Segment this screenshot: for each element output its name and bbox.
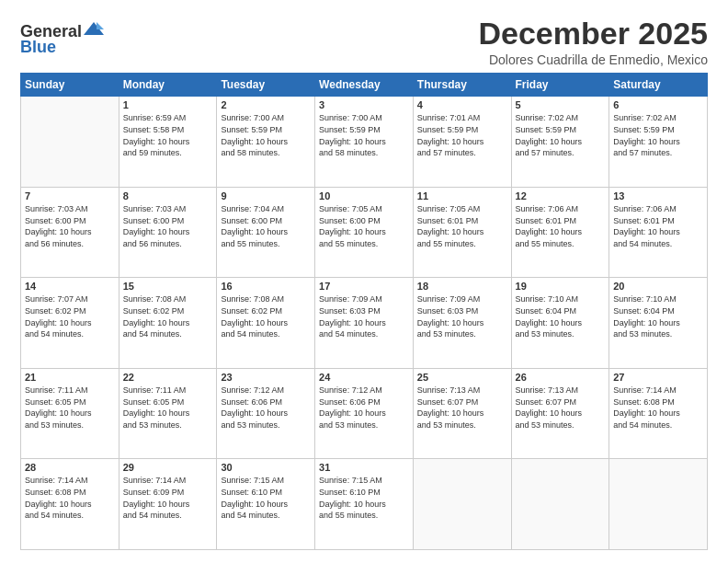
- day-number: 20: [613, 281, 703, 292]
- day-number: 12: [516, 190, 606, 201]
- calendar-week-3: 21Sunrise: 7:11 AM Sunset: 6:05 PM Dayli…: [21, 368, 708, 459]
- day-number: 4: [417, 99, 507, 110]
- table-row: 30Sunrise: 7:15 AM Sunset: 6:10 PM Dayli…: [217, 459, 315, 550]
- calendar-week-0: 1Sunrise: 6:59 AM Sunset: 5:58 PM Daylig…: [21, 97, 708, 188]
- day-number: 2: [221, 99, 311, 110]
- calendar-week-4: 28Sunrise: 7:14 AM Sunset: 6:08 PM Dayli…: [21, 459, 708, 550]
- day-info: Sunrise: 7:08 AM Sunset: 6:02 PM Dayligh…: [123, 293, 213, 339]
- day-info: Sunrise: 7:06 AM Sunset: 6:01 PM Dayligh…: [613, 203, 703, 249]
- day-number: 18: [417, 281, 507, 292]
- day-number: 27: [613, 372, 703, 383]
- day-number: 25: [417, 372, 507, 383]
- day-info: Sunrise: 7:06 AM Sunset: 6:01 PM Dayligh…: [516, 203, 606, 249]
- day-number: 9: [221, 190, 311, 201]
- table-row: 8Sunrise: 7:03 AM Sunset: 6:00 PM Daylig…: [119, 187, 217, 278]
- title-area: December 2025 Dolores Cuadrilla de Enmed…: [478, 17, 708, 67]
- day-number: 13: [613, 190, 703, 201]
- table-row: 6Sunrise: 7:02 AM Sunset: 5:59 PM Daylig…: [609, 97, 708, 188]
- table-row: 31Sunrise: 7:15 AM Sunset: 6:10 PM Dayli…: [315, 459, 414, 550]
- table-row: 11Sunrise: 7:05 AM Sunset: 6:01 PM Dayli…: [413, 187, 511, 278]
- table-row: 28Sunrise: 7:14 AM Sunset: 6:08 PM Dayli…: [21, 459, 119, 550]
- day-number: 29: [123, 462, 213, 473]
- day-info: Sunrise: 7:02 AM Sunset: 5:59 PM Dayligh…: [516, 112, 606, 158]
- logo: General Blue: [20, 20, 106, 57]
- calendar-week-1: 7Sunrise: 7:03 AM Sunset: 6:00 PM Daylig…: [21, 187, 708, 278]
- day-info: Sunrise: 7:08 AM Sunset: 6:02 PM Dayligh…: [221, 293, 311, 339]
- table-row: [609, 459, 708, 550]
- day-info: Sunrise: 7:03 AM Sunset: 6:00 PM Dayligh…: [123, 203, 213, 249]
- location-subtitle: Dolores Cuadrilla de Enmedio, Mexico: [478, 52, 708, 67]
- table-row: [413, 459, 511, 550]
- table-row: 9Sunrise: 7:04 AM Sunset: 6:00 PM Daylig…: [217, 187, 315, 278]
- svg-marker-1: [97, 22, 104, 29]
- day-info: Sunrise: 7:13 AM Sunset: 6:07 PM Dayligh…: [417, 385, 507, 431]
- day-info: Sunrise: 7:14 AM Sunset: 6:08 PM Dayligh…: [25, 475, 115, 521]
- day-number: 31: [319, 462, 409, 473]
- day-info: Sunrise: 7:15 AM Sunset: 6:10 PM Dayligh…: [319, 475, 409, 521]
- table-row: 17Sunrise: 7:09 AM Sunset: 6:03 PM Dayli…: [315, 278, 414, 369]
- month-title: December 2025: [478, 17, 708, 51]
- day-info: Sunrise: 7:00 AM Sunset: 5:59 PM Dayligh…: [221, 112, 311, 158]
- table-row: 3Sunrise: 7:00 AM Sunset: 5:59 PM Daylig…: [315, 97, 414, 188]
- day-number: 11: [417, 190, 507, 201]
- day-number: 16: [221, 281, 311, 292]
- table-row: 19Sunrise: 7:10 AM Sunset: 6:04 PM Dayli…: [511, 278, 609, 369]
- table-row: 29Sunrise: 7:14 AM Sunset: 6:09 PM Dayli…: [119, 459, 217, 550]
- table-row: 21Sunrise: 7:11 AM Sunset: 6:05 PM Dayli…: [21, 368, 119, 459]
- logo-icon: [84, 20, 104, 37]
- table-row: 23Sunrise: 7:12 AM Sunset: 6:06 PM Dayli…: [217, 368, 315, 459]
- day-info: Sunrise: 7:14 AM Sunset: 6:08 PM Dayligh…: [613, 385, 703, 431]
- table-row: 27Sunrise: 7:14 AM Sunset: 6:08 PM Dayli…: [609, 368, 708, 459]
- table-row: 13Sunrise: 7:06 AM Sunset: 6:01 PM Dayli…: [609, 187, 708, 278]
- header: General Blue December 2025 Dolores Cuadr…: [20, 17, 708, 67]
- day-info: Sunrise: 7:02 AM Sunset: 5:59 PM Dayligh…: [613, 112, 703, 158]
- day-number: 23: [221, 372, 311, 383]
- table-row: 24Sunrise: 7:12 AM Sunset: 6:06 PM Dayli…: [315, 368, 414, 459]
- table-row: 7Sunrise: 7:03 AM Sunset: 6:00 PM Daylig…: [21, 187, 119, 278]
- day-info: Sunrise: 7:09 AM Sunset: 6:03 PM Dayligh…: [417, 293, 507, 339]
- day-info: Sunrise: 7:15 AM Sunset: 6:10 PM Dayligh…: [221, 475, 311, 521]
- header-monday: Monday: [119, 74, 217, 97]
- day-info: Sunrise: 7:07 AM Sunset: 6:02 PM Dayligh…: [25, 293, 115, 339]
- day-info: Sunrise: 7:05 AM Sunset: 6:00 PM Dayligh…: [319, 203, 409, 249]
- day-info: Sunrise: 7:04 AM Sunset: 6:00 PM Dayligh…: [221, 203, 311, 249]
- day-number: 30: [221, 462, 311, 473]
- header-tuesday: Tuesday: [217, 74, 315, 97]
- day-info: Sunrise: 7:11 AM Sunset: 6:05 PM Dayligh…: [123, 385, 213, 431]
- day-number: 22: [123, 372, 213, 383]
- table-row: 2Sunrise: 7:00 AM Sunset: 5:59 PM Daylig…: [217, 97, 315, 188]
- day-number: 6: [613, 99, 703, 110]
- calendar-header-row: Sunday Monday Tuesday Wednesday Thursday…: [21, 74, 708, 97]
- table-row: 20Sunrise: 7:10 AM Sunset: 6:04 PM Dayli…: [609, 278, 708, 369]
- table-row: 1Sunrise: 6:59 AM Sunset: 5:58 PM Daylig…: [119, 97, 217, 188]
- day-number: 5: [516, 99, 606, 110]
- table-row: [511, 459, 609, 550]
- table-row: 22Sunrise: 7:11 AM Sunset: 6:05 PM Dayli…: [119, 368, 217, 459]
- table-row: 25Sunrise: 7:13 AM Sunset: 6:07 PM Dayli…: [413, 368, 511, 459]
- day-info: Sunrise: 7:05 AM Sunset: 6:01 PM Dayligh…: [417, 203, 507, 249]
- header-saturday: Saturday: [609, 74, 708, 97]
- day-info: Sunrise: 7:11 AM Sunset: 6:05 PM Dayligh…: [25, 385, 115, 431]
- calendar-week-2: 14Sunrise: 7:07 AM Sunset: 6:02 PM Dayli…: [21, 278, 708, 369]
- header-friday: Friday: [511, 74, 609, 97]
- header-wednesday: Wednesday: [315, 74, 414, 97]
- page: General Blue December 2025 Dolores Cuadr…: [0, 0, 728, 563]
- day-info: Sunrise: 7:09 AM Sunset: 6:03 PM Dayligh…: [319, 293, 409, 339]
- header-sunday: Sunday: [21, 74, 119, 97]
- day-info: Sunrise: 7:14 AM Sunset: 6:09 PM Dayligh…: [123, 475, 213, 521]
- day-number: 17: [319, 281, 409, 292]
- day-number: 3: [319, 99, 409, 110]
- day-info: Sunrise: 7:03 AM Sunset: 6:00 PM Dayligh…: [25, 203, 115, 249]
- table-row: 5Sunrise: 7:02 AM Sunset: 5:59 PM Daylig…: [511, 97, 609, 188]
- day-number: 8: [123, 190, 213, 201]
- day-number: 24: [319, 372, 409, 383]
- day-info: Sunrise: 7:12 AM Sunset: 6:06 PM Dayligh…: [221, 385, 311, 431]
- day-number: 21: [25, 372, 115, 383]
- calendar-table: Sunday Monday Tuesday Wednesday Thursday…: [20, 73, 708, 550]
- day-info: Sunrise: 7:10 AM Sunset: 6:04 PM Dayligh…: [613, 293, 703, 339]
- header-thursday: Thursday: [413, 74, 511, 97]
- day-number: 7: [25, 190, 115, 201]
- day-info: Sunrise: 7:10 AM Sunset: 6:04 PM Dayligh…: [516, 293, 606, 339]
- day-number: 1: [123, 99, 213, 110]
- table-row: [21, 97, 119, 188]
